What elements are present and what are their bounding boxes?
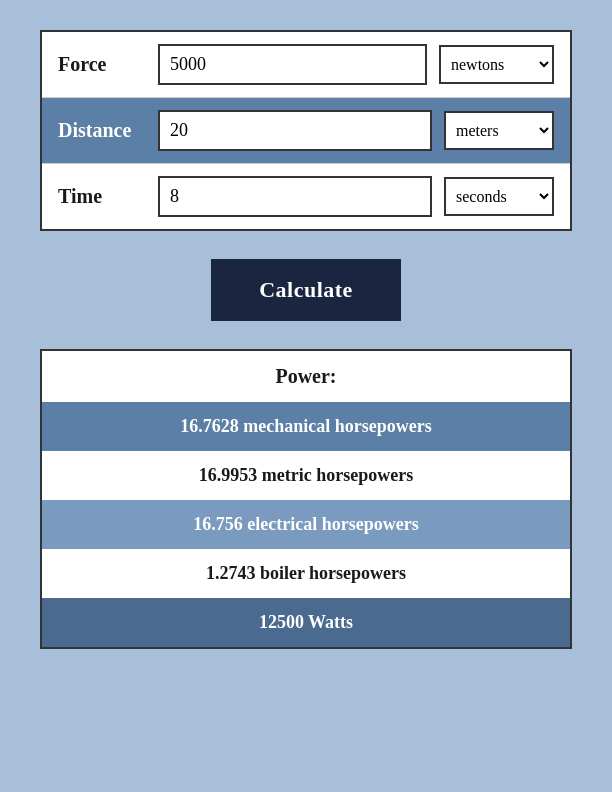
force-input[interactable] (158, 44, 427, 85)
result-metric: 16.9953 metric horsepowers (42, 451, 570, 500)
results-section: Power: 16.7628 mechanical horsepowers 16… (40, 349, 572, 649)
result-boiler: 1.2743 boiler horsepowers (42, 549, 570, 598)
results-title: Power: (42, 351, 570, 402)
distance-label: Distance (58, 119, 158, 142)
force-unit-select[interactable]: newtons pounds kilonewtons (439, 45, 554, 84)
time-label: Time (58, 185, 158, 208)
time-unit-select[interactable]: seconds minutes hours (444, 177, 554, 216)
time-input[interactable] (158, 176, 432, 217)
calculate-button[interactable]: Calculate (211, 259, 401, 321)
result-electrical: 16.756 electrical horsepowers (42, 500, 570, 549)
force-label: Force (58, 53, 158, 76)
distance-row: Distance meters feet kilometers (42, 98, 570, 164)
result-watts: 12500 Watts (42, 598, 570, 647)
input-section: Force newtons pounds kilonewtons Distanc… (40, 30, 572, 231)
distance-input[interactable] (158, 110, 432, 151)
result-mechanical: 16.7628 mechanical horsepowers (42, 402, 570, 451)
distance-unit-select[interactable]: meters feet kilometers (444, 111, 554, 150)
time-row: Time seconds minutes hours (42, 164, 570, 229)
force-row: Force newtons pounds kilonewtons (42, 32, 570, 98)
